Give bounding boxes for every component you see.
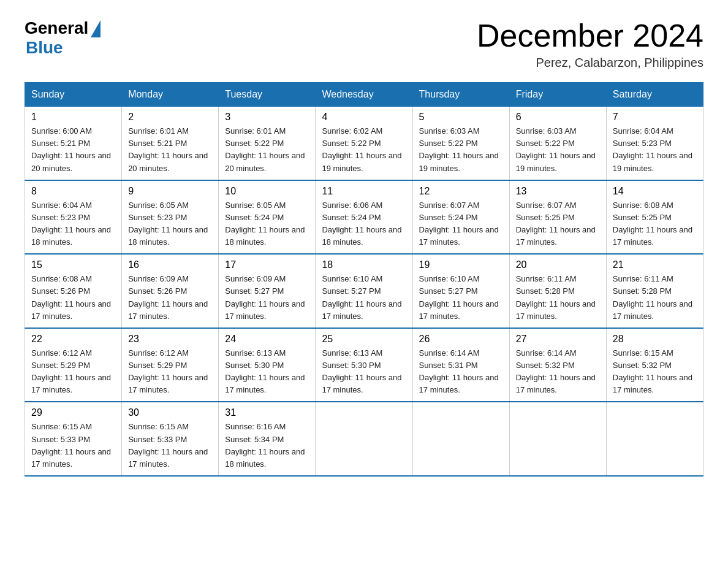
day-number: 7: [613, 112, 697, 123]
calendar-cell: 26Sunrise: 6:14 AMSunset: 5:31 PMDayligh…: [412, 328, 509, 402]
calendar-cell: 12Sunrise: 6:07 AMSunset: 5:24 PMDayligh…: [412, 180, 509, 255]
day-info: Sunrise: 6:07 AMSunset: 5:25 PMDaylight:…: [516, 199, 600, 249]
location-label: Perez, Calabarzon, Philippines: [477, 56, 703, 70]
day-info: Sunrise: 6:13 AMSunset: 5:30 PMDaylight:…: [225, 347, 309, 397]
day-info: Sunrise: 6:00 AMSunset: 5:21 PMDaylight:…: [31, 125, 115, 175]
header-friday: Friday: [509, 83, 606, 107]
calendar-week-row: 15Sunrise: 6:08 AMSunset: 5:26 PMDayligh…: [25, 254, 703, 328]
logo-blue-text: Blue: [26, 38, 63, 58]
day-number: 21: [613, 259, 697, 270]
day-info: Sunrise: 6:15 AMSunset: 5:33 PMDaylight:…: [128, 421, 212, 470]
calendar-week-row: 1Sunrise: 6:00 AMSunset: 5:21 PMDaylight…: [25, 107, 703, 180]
calendar-cell: 1Sunrise: 6:00 AMSunset: 5:21 PMDaylight…: [25, 107, 122, 180]
calendar-cell: 20Sunrise: 6:11 AMSunset: 5:28 PMDayligh…: [509, 254, 606, 328]
logo-general-text: General: [25, 18, 88, 38]
day-number: 16: [128, 259, 212, 270]
calendar-cell: 7Sunrise: 6:04 AMSunset: 5:23 PMDaylight…: [606, 107, 703, 180]
header-monday: Monday: [122, 83, 219, 107]
day-number: 25: [322, 334, 406, 345]
day-info: Sunrise: 6:14 AMSunset: 5:32 PMDaylight:…: [516, 347, 600, 397]
day-number: 13: [516, 186, 600, 197]
day-number: 22: [31, 334, 115, 345]
day-number: 14: [613, 186, 697, 197]
calendar-cell: 15Sunrise: 6:08 AMSunset: 5:26 PMDayligh…: [25, 254, 122, 328]
calendar-week-row: 8Sunrise: 6:04 AMSunset: 5:23 PMDaylight…: [25, 180, 703, 255]
calendar-cell: 22Sunrise: 6:12 AMSunset: 5:29 PMDayligh…: [25, 328, 122, 402]
day-info: Sunrise: 6:08 AMSunset: 5:25 PMDaylight:…: [613, 199, 697, 249]
calendar-cell: [509, 402, 606, 476]
day-number: 27: [516, 334, 600, 345]
header-sunday: Sunday: [25, 83, 122, 107]
day-info: Sunrise: 6:01 AMSunset: 5:22 PMDaylight:…: [225, 125, 309, 175]
day-info: Sunrise: 6:10 AMSunset: 5:27 PMDaylight:…: [419, 273, 503, 323]
calendar-cell: [316, 402, 412, 476]
calendar-cell: 11Sunrise: 6:06 AMSunset: 5:24 PMDayligh…: [316, 180, 412, 255]
calendar-cell: 10Sunrise: 6:05 AMSunset: 5:24 PMDayligh…: [219, 180, 316, 255]
day-info: Sunrise: 6:14 AMSunset: 5:31 PMDaylight:…: [419, 347, 503, 397]
day-info: Sunrise: 6:08 AMSunset: 5:26 PMDaylight:…: [31, 273, 115, 323]
day-number: 31: [225, 407, 309, 418]
calendar-week-row: 22Sunrise: 6:12 AMSunset: 5:29 PMDayligh…: [25, 328, 703, 402]
day-number: 23: [128, 334, 212, 345]
calendar-cell: 25Sunrise: 6:13 AMSunset: 5:30 PMDayligh…: [316, 328, 412, 402]
day-number: 29: [31, 407, 115, 418]
day-info: Sunrise: 6:03 AMSunset: 5:22 PMDaylight:…: [516, 125, 600, 175]
calendar-header-row: SundayMondayTuesdayWednesdayThursdayFrid…: [25, 83, 703, 107]
day-number: 5: [419, 112, 503, 123]
day-info: Sunrise: 6:09 AMSunset: 5:26 PMDaylight:…: [128, 273, 212, 323]
day-info: Sunrise: 6:04 AMSunset: 5:23 PMDaylight:…: [31, 199, 115, 249]
day-info: Sunrise: 6:11 AMSunset: 5:28 PMDaylight:…: [613, 273, 697, 323]
calendar-cell: 3Sunrise: 6:01 AMSunset: 5:22 PMDaylight…: [219, 107, 316, 180]
day-number: 11: [322, 186, 406, 197]
day-number: 30: [128, 407, 212, 418]
day-info: Sunrise: 6:03 AMSunset: 5:22 PMDaylight:…: [419, 125, 503, 175]
day-info: Sunrise: 6:13 AMSunset: 5:30 PMDaylight:…: [322, 347, 406, 397]
day-info: Sunrise: 6:02 AMSunset: 5:22 PMDaylight:…: [322, 125, 406, 175]
day-number: 6: [516, 112, 600, 123]
calendar-cell: 9Sunrise: 6:05 AMSunset: 5:23 PMDaylight…: [122, 180, 219, 255]
calendar-cell: 19Sunrise: 6:10 AMSunset: 5:27 PMDayligh…: [412, 254, 509, 328]
calendar-cell: 8Sunrise: 6:04 AMSunset: 5:23 PMDaylight…: [25, 180, 122, 255]
day-info: Sunrise: 6:15 AMSunset: 5:33 PMDaylight:…: [31, 421, 115, 470]
day-info: Sunrise: 6:15 AMSunset: 5:32 PMDaylight:…: [613, 347, 697, 397]
day-number: 19: [419, 259, 503, 270]
day-info: Sunrise: 6:09 AMSunset: 5:27 PMDaylight:…: [225, 273, 309, 323]
day-number: 26: [419, 334, 503, 345]
calendar-cell: 29Sunrise: 6:15 AMSunset: 5:33 PMDayligh…: [25, 402, 122, 476]
day-number: 8: [31, 186, 115, 197]
day-info: Sunrise: 6:12 AMSunset: 5:29 PMDaylight:…: [31, 347, 115, 397]
calendar-cell: 24Sunrise: 6:13 AMSunset: 5:30 PMDayligh…: [219, 328, 316, 402]
header-tuesday: Tuesday: [219, 83, 316, 107]
calendar-cell: 5Sunrise: 6:03 AMSunset: 5:22 PMDaylight…: [412, 107, 509, 180]
calendar-cell: 14Sunrise: 6:08 AMSunset: 5:25 PMDayligh…: [606, 180, 703, 255]
day-number: 18: [322, 259, 406, 270]
title-section: December 2024 Perez, Calabarzon, Philipp…: [477, 18, 703, 70]
day-info: Sunrise: 6:12 AMSunset: 5:29 PMDaylight:…: [128, 347, 212, 397]
day-number: 3: [225, 112, 309, 123]
day-number: 12: [419, 186, 503, 197]
day-info: Sunrise: 6:06 AMSunset: 5:24 PMDaylight:…: [322, 199, 406, 249]
day-info: Sunrise: 6:05 AMSunset: 5:23 PMDaylight:…: [128, 199, 212, 249]
calendar-cell: 16Sunrise: 6:09 AMSunset: 5:26 PMDayligh…: [122, 254, 219, 328]
day-number: 15: [31, 259, 115, 270]
calendar-cell: 21Sunrise: 6:11 AMSunset: 5:28 PMDayligh…: [606, 254, 703, 328]
calendar-cell: 27Sunrise: 6:14 AMSunset: 5:32 PMDayligh…: [509, 328, 606, 402]
day-number: 9: [128, 186, 212, 197]
calendar-cell: 4Sunrise: 6:02 AMSunset: 5:22 PMDaylight…: [316, 107, 412, 180]
day-info: Sunrise: 6:05 AMSunset: 5:24 PMDaylight:…: [225, 199, 309, 249]
calendar-cell: 18Sunrise: 6:10 AMSunset: 5:27 PMDayligh…: [316, 254, 412, 328]
day-number: 2: [128, 112, 212, 123]
calendar-week-row: 29Sunrise: 6:15 AMSunset: 5:33 PMDayligh…: [25, 402, 703, 476]
day-number: 4: [322, 112, 406, 123]
day-info: Sunrise: 6:11 AMSunset: 5:28 PMDaylight:…: [516, 273, 600, 323]
page-header: General Blue December 2024 Perez, Calaba…: [25, 18, 703, 70]
calendar-cell: 23Sunrise: 6:12 AMSunset: 5:29 PMDayligh…: [122, 328, 219, 402]
calendar-cell: 2Sunrise: 6:01 AMSunset: 5:21 PMDaylight…: [122, 107, 219, 180]
day-number: 24: [225, 334, 309, 345]
calendar-cell: 6Sunrise: 6:03 AMSunset: 5:22 PMDaylight…: [509, 107, 606, 180]
day-info: Sunrise: 6:01 AMSunset: 5:21 PMDaylight:…: [128, 125, 212, 175]
calendar-cell: 28Sunrise: 6:15 AMSunset: 5:32 PMDayligh…: [606, 328, 703, 402]
header-thursday: Thursday: [412, 83, 509, 107]
day-number: 17: [225, 259, 309, 270]
logo-triangle-icon: [91, 20, 100, 37]
